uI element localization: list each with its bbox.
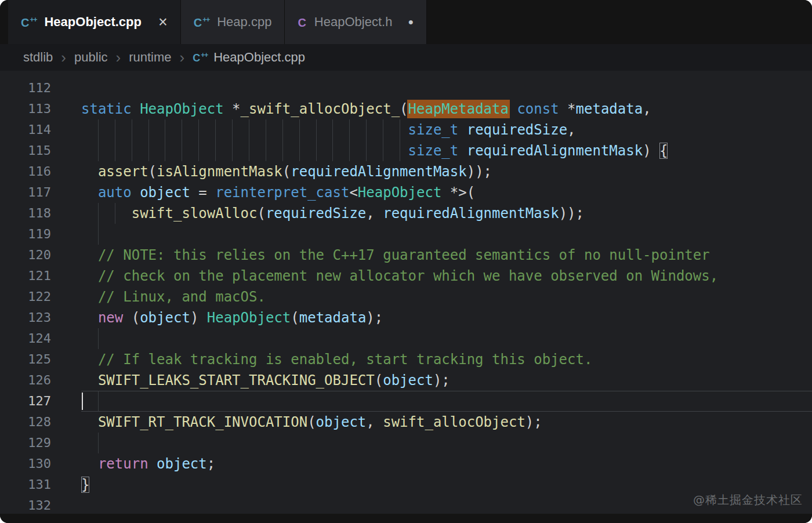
code-content <box>81 433 812 453</box>
code-content: // NOTE: this relies on the C++17 guaran… <box>81 245 812 266</box>
code-content: size_t requiredAlignmentMask) { <box>81 140 812 161</box>
line-number[interactable]: 120 <box>0 245 51 266</box>
indent-guide <box>182 119 182 140</box>
code-token: assert <box>98 164 148 180</box>
tab-label: HeapObject.h <box>314 14 393 30</box>
code-line-121[interactable]: 121 // check on the placement new alloca… <box>0 266 812 286</box>
code-line-112[interactable]: 112 <box>0 78 812 99</box>
line-number[interactable]: 125 <box>0 349 51 370</box>
line-number[interactable]: 117 <box>0 182 51 203</box>
code-line-129[interactable]: 129 <box>0 433 812 453</box>
tab-heapobject-h[interactable]: C HeapObject.h ● <box>285 0 427 44</box>
tab-bar: C++ HeapObject.cpp × C++ Heap.cpp C Heap… <box>0 0 812 44</box>
line-number[interactable]: 116 <box>0 161 51 182</box>
code-line-125[interactable]: 125 // If leak tracking is enabled, star… <box>0 349 812 370</box>
code-line-123[interactable]: 123 new (object) HeapObject(metadata); <box>0 307 812 328</box>
code-line-120[interactable]: 120 // NOTE: this relies on the C++17 gu… <box>0 245 812 266</box>
line-number[interactable]: 130 <box>0 453 51 474</box>
code-token: _swift_allocObject_ <box>241 101 400 117</box>
code-token: HeapObject <box>358 184 442 201</box>
file-icon-sup: ++ <box>202 16 209 24</box>
code-token: object <box>140 184 190 201</box>
breadcrumb-item-runtime[interactable]: runtime <box>129 50 171 65</box>
code-token: ); <box>366 310 383 326</box>
code-line-116[interactable]: 116 assert(isAlignmentMask(requiredAlign… <box>0 161 812 182</box>
indent-guide <box>132 119 132 140</box>
line-number[interactable]: 115 <box>0 140 51 161</box>
indent-guide <box>98 224 99 245</box>
code-line-126[interactable]: 126 SWIFT_LEAKS_START_TRACKING_OBJECT(ob… <box>0 370 812 391</box>
code-token: < <box>349 184 357 201</box>
code-line-127[interactable]: 127 <box>0 391 812 412</box>
breadcrumb: stdlib › public › runtime › C++ HeapObje… <box>0 44 812 71</box>
line-number[interactable]: 132 <box>0 495 51 516</box>
indent-guide <box>115 119 115 140</box>
indent-guide <box>98 203 99 224</box>
indent-guide <box>266 140 266 161</box>
code-line-117[interactable]: 117 auto object = reinterpret_cast<HeapO… <box>0 182 812 203</box>
code-token: )); <box>467 164 492 180</box>
indent-guide <box>349 140 350 161</box>
line-number[interactable]: 119 <box>0 224 51 245</box>
code-token <box>81 414 98 430</box>
line-number[interactable]: 112 <box>0 78 51 99</box>
line-number[interactable]: 121 <box>0 266 51 286</box>
code-line-122[interactable]: 122 // Linux, and macOS. <box>0 286 812 307</box>
code-line-128[interactable]: 128 SWIFT_RT_TRACK_INVOCATION(object, sw… <box>0 412 812 433</box>
code-token <box>81 205 132 221</box>
cpp-file-icon: C++ <box>194 16 209 28</box>
code-content: SWIFT_LEAKS_START_TRACKING_OBJECT(object… <box>81 370 812 391</box>
code-token: metadata <box>299 310 367 326</box>
code-token: requiredAlignmentMask <box>467 143 643 159</box>
code-token <box>81 143 408 159</box>
code-content: assert(isAlignmentMask(requiredAlignment… <box>81 161 812 182</box>
code-line-118[interactable]: 118 swift_slowAlloc(requiredSize, requir… <box>0 203 812 224</box>
code-token: object <box>157 456 207 472</box>
line-number[interactable]: 124 <box>0 328 51 349</box>
code-token: requiredAlignmentMask <box>291 164 466 180</box>
breadcrumb-item-stdlib[interactable]: stdlib <box>23 50 53 65</box>
tab-heapobject-cpp[interactable]: C++ HeapObject.cpp × <box>8 0 181 44</box>
indent-guide <box>316 140 317 161</box>
code-token: SWIFT_RT_TRACK_INVOCATION <box>98 414 307 430</box>
chevron-right-icon: › <box>116 50 121 65</box>
code-line-130[interactable]: 130 return object; <box>0 453 812 474</box>
code-token: object <box>383 372 433 388</box>
cpp-file-icon: C++ <box>193 52 208 63</box>
line-number[interactable]: 128 <box>0 412 51 433</box>
code-line-114[interactable]: 114 size_t requiredSize, <box>0 119 812 140</box>
line-number[interactable]: 129 <box>0 433 51 453</box>
line-number[interactable]: 118 <box>0 203 51 224</box>
line-number[interactable]: 114 <box>0 119 51 140</box>
code-token: swift_slowAlloc <box>132 205 258 221</box>
indent-guide <box>215 119 216 140</box>
code-token: reinterpret_cast <box>215 184 349 201</box>
code-token <box>148 456 157 472</box>
code-line-113[interactable]: 113static HeapObject *_swift_allocObject… <box>0 99 812 119</box>
line-number[interactable]: 127 <box>0 391 51 412</box>
indent-guide <box>383 119 383 140</box>
line-number[interactable]: 131 <box>0 474 51 495</box>
code-line-131[interactable]: 131} <box>0 474 812 495</box>
code-line-124[interactable]: 124 <box>0 328 812 349</box>
code-token: metadata <box>576 101 643 117</box>
line-number[interactable]: 122 <box>0 286 51 307</box>
code-content: swift_slowAlloc(requiredSize, requiredAl… <box>81 203 812 224</box>
indent-guide <box>232 140 233 161</box>
breadcrumb-item-public[interactable]: public <box>74 50 107 65</box>
breadcrumb-item-file[interactable]: HeapObject.cpp <box>213 50 305 65</box>
line-number[interactable]: 123 <box>0 307 51 328</box>
line-number[interactable]: 113 <box>0 99 51 119</box>
close-icon[interactable]: × <box>158 14 168 30</box>
code-line-132[interactable]: 132 <box>0 495 812 516</box>
code-line-115[interactable]: 115 size_t requiredAlignmentMask) { <box>0 140 812 161</box>
code-token <box>458 122 466 138</box>
indent-guide <box>366 140 367 161</box>
code-token: ( <box>307 414 316 430</box>
code-line-119[interactable]: 119 <box>0 224 812 245</box>
indent-guide <box>198 119 199 140</box>
line-number[interactable]: 126 <box>0 370 51 391</box>
code-token: object <box>316 414 367 430</box>
tab-heap-cpp[interactable]: C++ Heap.cpp <box>181 0 285 44</box>
code-token: { <box>659 143 668 159</box>
